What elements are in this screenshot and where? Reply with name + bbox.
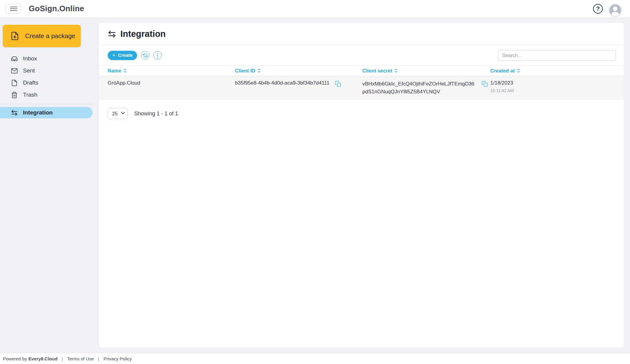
sidebar-item-label: Trash xyxy=(23,92,38,98)
copy-icon xyxy=(481,80,488,87)
footer-separator: | xyxy=(98,356,99,361)
table-row[interactable]: GrōApp.Cloud b35f95e8-4b4b-4d0d-aca9-3bf… xyxy=(99,76,624,100)
column-header-created-at[interactable]: Created at xyxy=(490,66,624,76)
hamburger-icon xyxy=(10,6,17,11)
file-plus-icon xyxy=(10,31,19,41)
more-options-button[interactable] xyxy=(153,51,162,60)
sidebar-item-label: Drafts xyxy=(23,79,38,86)
help-button[interactable]: ? xyxy=(593,4,603,14)
create-package-label: Create a package xyxy=(25,32,75,40)
sort-icon xyxy=(257,69,261,73)
created-time: 10:11:42 AM xyxy=(490,88,624,93)
page-size-select-wrap: 25 xyxy=(108,108,128,119)
column-header-name[interactable]: Name xyxy=(108,66,235,76)
column-header-client-id[interactable]: Client ID xyxy=(235,66,362,76)
sidebar-item-label: Sent xyxy=(23,67,35,74)
toolbar: + Create xyxy=(99,45,624,66)
column-label: Name xyxy=(108,68,121,74)
pagination: 25 Showing 1 - 1 of 1 xyxy=(108,108,624,119)
trash-icon xyxy=(11,92,18,98)
sidebar: Create a package Inbox Sent Drafts xyxy=(0,17,94,118)
plus-icon: + xyxy=(112,52,116,58)
topbar-right: ? xyxy=(593,0,622,17)
client-id-value: b35f95e8-4b4b-4d0d-aca9-3bf34b7d4111 xyxy=(235,80,329,86)
question-mark-icon: ? xyxy=(596,5,600,12)
copy-icon xyxy=(335,80,341,87)
main-panel: Integration + Create Name Client I xyxy=(99,23,624,347)
footer-separator: | xyxy=(62,356,63,361)
page-size-select[interactable]: 25 xyxy=(108,108,128,119)
created-date: 1/18/2023 xyxy=(490,80,624,86)
menu-button[interactable] xyxy=(6,4,21,14)
envelope-icon xyxy=(11,67,18,74)
search-input[interactable] xyxy=(498,50,616,61)
powered-by-text: Powered by xyxy=(3,356,27,361)
sort-icon xyxy=(394,69,398,73)
sidebar-nav: Inbox Sent Drafts Trash xyxy=(0,53,94,101)
created-at-cell: 1/18/2023 10:11:42 AM xyxy=(490,80,624,100)
privacy-policy-link[interactable]: Privacy Policy xyxy=(103,356,132,361)
create-package-button[interactable]: Create a package xyxy=(3,25,81,47)
refresh-button[interactable] xyxy=(141,51,149,60)
sidebar-divider xyxy=(0,104,94,104)
create-button-label: Create xyxy=(118,53,132,58)
refresh-icon xyxy=(143,53,148,58)
swap-arrows-icon xyxy=(108,30,116,38)
sidebar-item-inbox[interactable]: Inbox xyxy=(0,53,94,65)
kebab-menu-icon xyxy=(157,53,158,58)
name-cell: GrōApp.Cloud xyxy=(108,80,235,100)
sidebar-item-label: Integration xyxy=(23,109,53,116)
client-secret-cell: vBHxMb6GkIc_EfcQ4OjthiFeZOrHeLJfTEmgD36p… xyxy=(362,80,490,100)
avatar[interactable] xyxy=(608,3,622,17)
client-secret-value: vBHxMb6GkIc_EfcQ4OjthiFeZOrHeLJfTEmgD36p… xyxy=(362,80,476,96)
client-id-cell: b35f95e8-4b4b-4d0d-aca9-3bf34b7d4111 xyxy=(235,80,362,100)
table-header-row: Name Client ID Client secret Created at xyxy=(99,66,624,76)
document-icon xyxy=(11,79,18,86)
page-summary: Showing 1 - 1 of 1 xyxy=(134,111,178,117)
sidebar-item-trash[interactable]: Trash xyxy=(0,89,94,101)
inbox-icon xyxy=(11,55,18,62)
sidebar-item-sent[interactable]: Sent xyxy=(0,65,94,77)
column-label: Client ID xyxy=(235,68,255,74)
brand-name: Every8.Cloud xyxy=(28,356,57,361)
terms-of-use-link[interactable]: Terms of Use xyxy=(67,356,94,361)
app-title: GoSign.Online xyxy=(29,4,84,13)
sidebar-item-drafts[interactable]: Drafts xyxy=(0,77,94,89)
sidebar-item-label: Inbox xyxy=(23,55,37,62)
user-icon xyxy=(609,5,621,16)
create-button[interactable]: + Create xyxy=(108,51,137,60)
copy-client-secret-button[interactable] xyxy=(481,80,488,87)
column-label: Created at xyxy=(490,68,515,74)
copy-client-id-button[interactable] xyxy=(335,80,341,87)
sort-icon xyxy=(123,69,127,73)
sidebar-item-integration[interactable]: Integration xyxy=(0,107,93,118)
top-header: GoSign.Online ? xyxy=(0,0,630,17)
column-header-client-secret[interactable]: Client secret xyxy=(362,66,490,76)
page-title: Integration xyxy=(120,29,166,39)
sort-icon xyxy=(517,69,520,73)
swap-arrows-icon xyxy=(11,109,18,116)
panel-header: Integration xyxy=(99,23,624,45)
footer: Powered by Every8.Cloud | Terms of Use |… xyxy=(0,353,630,364)
column-label: Client secret xyxy=(362,68,392,74)
